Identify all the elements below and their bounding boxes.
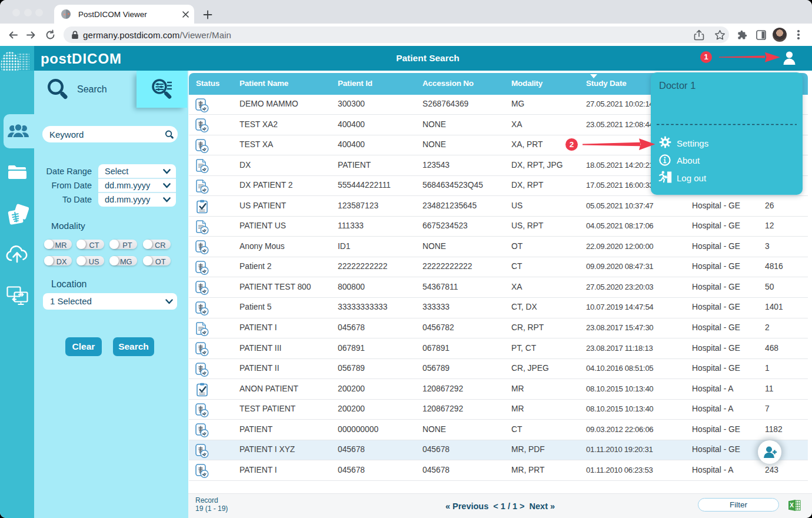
svg-text:X: X xyxy=(790,502,794,509)
